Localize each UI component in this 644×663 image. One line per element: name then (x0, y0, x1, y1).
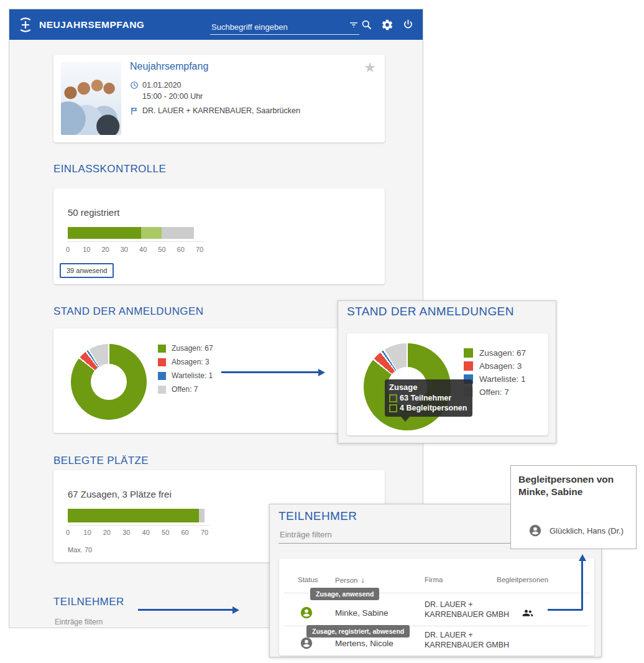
legend-label: Offen: 7 (172, 385, 198, 394)
event-card[interactable]: Neujahrsempfang 01.01.2020 15:00 - 20:00… (53, 55, 385, 142)
legend-item: Warteliste: 1 (464, 374, 526, 384)
column-header-begleitpersonen[interactable]: Begleitpersonen (497, 576, 548, 583)
column-label: Person (335, 577, 357, 584)
table-cell-firma: DR. LAUER + KARRENBAUER GMBH (425, 600, 509, 619)
anmeldungen-card: Zusagen: 67 Absagen: 3 Warteliste: 1 Off… (53, 328, 385, 433)
arrow-line (581, 560, 583, 610)
x-axis-ticks: 0 10 20 30 40 50 60 70 (68, 246, 200, 254)
firma-line: DR. LAUER + (425, 600, 509, 610)
legend-label: Offen: 7 (479, 387, 509, 397)
annotation-arrow-teilnehmer (138, 609, 232, 611)
companions-icon[interactable] (522, 607, 534, 622)
legend-label: Absagen: 3 (172, 358, 209, 366)
status-person-icon-green[interactable] (300, 606, 313, 622)
legend-item: Warteliste: 1 (158, 371, 213, 380)
legend-swatch-zusagen (464, 348, 473, 358)
donut-hole (91, 364, 127, 400)
header-actions (361, 9, 414, 40)
legend-item: Offen: 7 (464, 387, 526, 397)
tooltip-text: 63 Teilnehmer (400, 393, 451, 403)
donut-legend: Zusagen: 67 Absagen: 3 Warteliste: 1 Off… (158, 344, 213, 394)
max-note: Max. 70 (68, 546, 92, 554)
arrow-line (548, 609, 582, 611)
popup-anmeldungen-heading: STAND DER ANMELDUNGEN (347, 305, 514, 318)
legend-item: Offen: 7 (158, 385, 213, 394)
table-cell-person[interactable]: Minke, Sabine (335, 608, 389, 618)
x-axis (68, 525, 209, 526)
screen: NEUJAHRSEMPFANG Ne (0, 0, 644, 663)
legend-item: Absagen: 3 (464, 361, 526, 371)
bar-segment-frei[interactable] (199, 509, 205, 522)
popup-title-line: Minke, Sabine (518, 486, 614, 498)
firma-line: KARRENBAUER GMBH (425, 610, 509, 619)
search-field[interactable] (210, 16, 359, 35)
event-time: 15:00 - 20:00 Uhr (142, 92, 203, 101)
column-header-firma[interactable]: Firma (425, 576, 443, 583)
firma-line: DR. LAUER + (425, 630, 509, 640)
legend-item: Absagen: 3 (158, 358, 213, 366)
legend-swatch-absagen (464, 361, 473, 371)
gear-icon[interactable] (381, 19, 393, 31)
legend-label: Warteliste: 1 (172, 371, 213, 380)
tick-label: 20 (103, 529, 111, 536)
column-header-status[interactable]: Status (298, 576, 318, 583)
popup-teilnehmer-heading: TEILNEHMER (278, 509, 357, 523)
app-header: NEUJAHRSEMPFANG (9, 9, 423, 40)
belegte-stacked-bar[interactable] (68, 509, 205, 522)
app-logo-icon[interactable] (17, 17, 34, 35)
anmeldungen-donut-chart[interactable] (71, 344, 147, 420)
legend-swatch-zusagen (158, 345, 166, 353)
search-icon[interactable] (361, 19, 372, 30)
popup-title-line: Begleitpersonen von (518, 473, 614, 486)
status-tooltip: Zusage, registriert, abwesend (306, 625, 410, 638)
companion-name: Glücklich, Hans (Dr.) (550, 526, 623, 536)
bar-segment-zusagen[interactable] (68, 509, 199, 522)
popup-donut-legend: Zusagen: 67 Absagen: 3 Warteliste: 1 Off… (464, 348, 526, 397)
popup-title: Begleitpersonen von Minke, Sabine (518, 473, 614, 498)
section-einlasskontrolle: EINLASSKONTROLLE (53, 163, 166, 175)
popup-anmeldungen-card: Zusage 63 Teilnehmer 4 Begleitpersonen Z… (347, 333, 548, 435)
section-belegte-plaetze: BELEGTE PLÄTZE (53, 455, 149, 467)
status-tooltip: Zusage, anwesend (310, 588, 379, 600)
power-icon[interactable] (402, 19, 414, 30)
bar-segment-zusagen[interactable] (162, 227, 193, 239)
filter-list-icon[interactable] (348, 20, 359, 32)
legend-swatch-absagen (158, 358, 166, 366)
entries-filter-input[interactable] (53, 617, 180, 627)
x-axis (68, 241, 204, 242)
legend-label: Zusagen: 67 (479, 348, 526, 358)
tooltip-line: 63 Teilnehmer (389, 393, 467, 403)
einlass-stacked-bar[interactable] (68, 227, 200, 239)
registered-label: 50 registriert (68, 207, 119, 218)
event-location-row: DR. LAUER + KARRENBAUER, Saarbrücken (130, 106, 300, 118)
legend-label: Warteliste: 1 (479, 374, 526, 384)
x-axis-ticks: 0 10 20 30 40 50 60 70 (68, 529, 205, 537)
table-cell-person[interactable]: Mertens, Nicole (335, 639, 393, 648)
status-person-icon-gray[interactable] (300, 636, 313, 652)
column-header-person[interactable]: Person↓ (335, 576, 364, 585)
event-date-row: 01.01.2020 (130, 81, 182, 91)
annotation-arrow-begleitpersonen (548, 554, 586, 612)
bar-segment-anwesend[interactable] (68, 227, 141, 239)
section-teilnehmer: TEILNEHMER (53, 596, 124, 608)
legend-label: Absagen: 3 (479, 361, 522, 371)
zusagen-label: 67 Zusagen, 3 Plätze frei (68, 489, 172, 499)
favorite-star-icon[interactable]: ★ (364, 60, 376, 76)
donut-tooltip: Zusage 63 Teilnehmer 4 Begleitpersonen (385, 379, 472, 417)
bar-segment-registriert[interactable] (141, 227, 162, 239)
tick-label: 70 (196, 246, 203, 253)
tick-label: 20 (101, 246, 109, 253)
tick-label: 40 (142, 529, 150, 536)
tick-label: 30 (121, 246, 128, 253)
einlass-card: 50 registriert 0 10 20 30 40 50 60 70 39… (53, 188, 385, 284)
teilnehmer-table-card: Status Person↓ Firma Begleitpersonen Zus… (279, 559, 594, 656)
event-title[interactable]: Neujahrsempfang (130, 61, 208, 72)
tick-label: 50 (162, 529, 169, 536)
tooltip-square-icon (389, 404, 397, 412)
flag-icon (130, 106, 139, 118)
firma-line: KARRENBAUER GMBH (425, 640, 509, 650)
anwesend-badge: 39 anwesend (60, 263, 114, 278)
arrow-head (579, 554, 586, 561)
tooltip-title: Zusage (389, 382, 467, 392)
search-input[interactable] (210, 22, 343, 32)
